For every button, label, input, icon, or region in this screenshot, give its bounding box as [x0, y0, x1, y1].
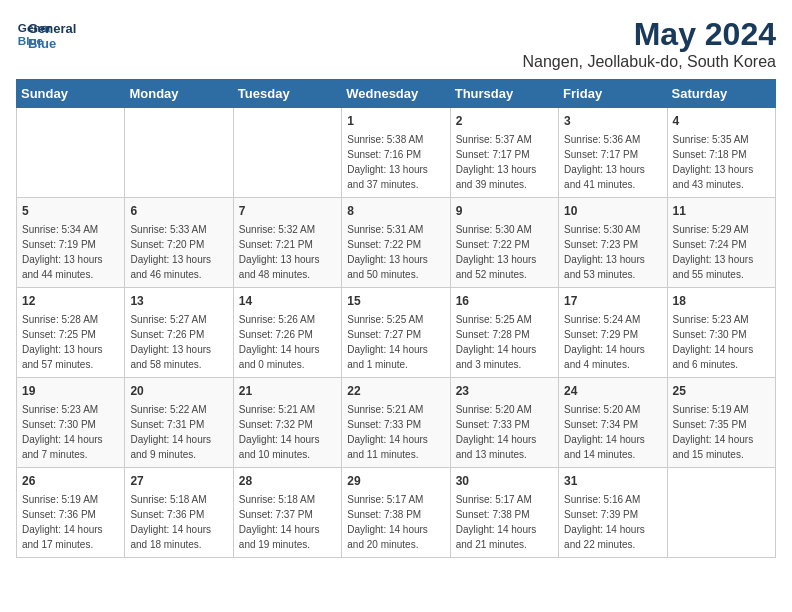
calendar-cell: 8Sunrise: 5:31 AM Sunset: 7:22 PM Daylig… [342, 198, 450, 288]
day-number: 5 [22, 202, 119, 220]
day-number: 10 [564, 202, 661, 220]
calendar-cell: 3Sunrise: 5:36 AM Sunset: 7:17 PM Daylig… [559, 108, 667, 198]
calendar-cell: 7Sunrise: 5:32 AM Sunset: 7:21 PM Daylig… [233, 198, 341, 288]
day-number: 1 [347, 112, 444, 130]
day-info: Sunrise: 5:28 AM Sunset: 7:25 PM Dayligh… [22, 312, 119, 372]
calendar-cell [125, 108, 233, 198]
day-info: Sunrise: 5:31 AM Sunset: 7:22 PM Dayligh… [347, 222, 444, 282]
day-info: Sunrise: 5:24 AM Sunset: 7:29 PM Dayligh… [564, 312, 661, 372]
calendar-cell: 26Sunrise: 5:19 AM Sunset: 7:36 PM Dayli… [17, 468, 125, 558]
page-header: General Blue General Blue May 2024 Nange… [16, 16, 776, 71]
day-info: Sunrise: 5:34 AM Sunset: 7:19 PM Dayligh… [22, 222, 119, 282]
day-number: 4 [673, 112, 770, 130]
calendar-week-row: 1Sunrise: 5:38 AM Sunset: 7:16 PM Daylig… [17, 108, 776, 198]
day-number: 18 [673, 292, 770, 310]
calendar-cell: 17Sunrise: 5:24 AM Sunset: 7:29 PM Dayli… [559, 288, 667, 378]
calendar-cell: 15Sunrise: 5:25 AM Sunset: 7:27 PM Dayli… [342, 288, 450, 378]
calendar-cell: 11Sunrise: 5:29 AM Sunset: 7:24 PM Dayli… [667, 198, 775, 288]
day-info: Sunrise: 5:20 AM Sunset: 7:34 PM Dayligh… [564, 402, 661, 462]
calendar-cell: 4Sunrise: 5:35 AM Sunset: 7:18 PM Daylig… [667, 108, 775, 198]
day-number: 14 [239, 292, 336, 310]
day-info: Sunrise: 5:23 AM Sunset: 7:30 PM Dayligh… [22, 402, 119, 462]
day-info: Sunrise: 5:25 AM Sunset: 7:28 PM Dayligh… [456, 312, 553, 372]
day-info: Sunrise: 5:19 AM Sunset: 7:36 PM Dayligh… [22, 492, 119, 552]
day-info: Sunrise: 5:35 AM Sunset: 7:18 PM Dayligh… [673, 132, 770, 192]
day-info: Sunrise: 5:22 AM Sunset: 7:31 PM Dayligh… [130, 402, 227, 462]
day-info: Sunrise: 5:19 AM Sunset: 7:35 PM Dayligh… [673, 402, 770, 462]
calendar-cell: 10Sunrise: 5:30 AM Sunset: 7:23 PM Dayli… [559, 198, 667, 288]
calendar-week-row: 26Sunrise: 5:19 AM Sunset: 7:36 PM Dayli… [17, 468, 776, 558]
calendar-header-row: SundayMondayTuesdayWednesdayThursdayFrid… [17, 80, 776, 108]
day-number: 24 [564, 382, 661, 400]
logo: General Blue General Blue [16, 16, 76, 52]
calendar-week-row: 12Sunrise: 5:28 AM Sunset: 7:25 PM Dayli… [17, 288, 776, 378]
day-info: Sunrise: 5:38 AM Sunset: 7:16 PM Dayligh… [347, 132, 444, 192]
day-info: Sunrise: 5:21 AM Sunset: 7:32 PM Dayligh… [239, 402, 336, 462]
calendar-cell: 27Sunrise: 5:18 AM Sunset: 7:36 PM Dayli… [125, 468, 233, 558]
day-number: 22 [347, 382, 444, 400]
calendar-cell: 21Sunrise: 5:21 AM Sunset: 7:32 PM Dayli… [233, 378, 341, 468]
weekday-header: Saturday [667, 80, 775, 108]
calendar-cell: 18Sunrise: 5:23 AM Sunset: 7:30 PM Dayli… [667, 288, 775, 378]
calendar-cell: 6Sunrise: 5:33 AM Sunset: 7:20 PM Daylig… [125, 198, 233, 288]
day-info: Sunrise: 5:17 AM Sunset: 7:38 PM Dayligh… [347, 492, 444, 552]
day-info: Sunrise: 5:30 AM Sunset: 7:23 PM Dayligh… [564, 222, 661, 282]
day-info: Sunrise: 5:25 AM Sunset: 7:27 PM Dayligh… [347, 312, 444, 372]
location-title: Nangen, Jeollabuk-do, South Korea [522, 53, 776, 71]
day-number: 23 [456, 382, 553, 400]
calendar-cell [233, 108, 341, 198]
day-info: Sunrise: 5:17 AM Sunset: 7:38 PM Dayligh… [456, 492, 553, 552]
day-info: Sunrise: 5:21 AM Sunset: 7:33 PM Dayligh… [347, 402, 444, 462]
calendar-cell: 29Sunrise: 5:17 AM Sunset: 7:38 PM Dayli… [342, 468, 450, 558]
day-info: Sunrise: 5:33 AM Sunset: 7:20 PM Dayligh… [130, 222, 227, 282]
calendar-cell: 9Sunrise: 5:30 AM Sunset: 7:22 PM Daylig… [450, 198, 558, 288]
day-number: 26 [22, 472, 119, 490]
day-info: Sunrise: 5:27 AM Sunset: 7:26 PM Dayligh… [130, 312, 227, 372]
weekday-header: Tuesday [233, 80, 341, 108]
day-info: Sunrise: 5:29 AM Sunset: 7:24 PM Dayligh… [673, 222, 770, 282]
day-number: 9 [456, 202, 553, 220]
day-number: 29 [347, 472, 444, 490]
day-info: Sunrise: 5:32 AM Sunset: 7:21 PM Dayligh… [239, 222, 336, 282]
day-number: 15 [347, 292, 444, 310]
calendar-cell: 16Sunrise: 5:25 AM Sunset: 7:28 PM Dayli… [450, 288, 558, 378]
day-info: Sunrise: 5:36 AM Sunset: 7:17 PM Dayligh… [564, 132, 661, 192]
day-number: 16 [456, 292, 553, 310]
calendar-cell: 24Sunrise: 5:20 AM Sunset: 7:34 PM Dayli… [559, 378, 667, 468]
day-number: 6 [130, 202, 227, 220]
day-number: 13 [130, 292, 227, 310]
day-number: 21 [239, 382, 336, 400]
calendar-week-row: 5Sunrise: 5:34 AM Sunset: 7:19 PM Daylig… [17, 198, 776, 288]
day-number: 19 [22, 382, 119, 400]
day-number: 25 [673, 382, 770, 400]
day-info: Sunrise: 5:16 AM Sunset: 7:39 PM Dayligh… [564, 492, 661, 552]
weekday-header: Wednesday [342, 80, 450, 108]
calendar-cell: 5Sunrise: 5:34 AM Sunset: 7:19 PM Daylig… [17, 198, 125, 288]
day-info: Sunrise: 5:26 AM Sunset: 7:26 PM Dayligh… [239, 312, 336, 372]
day-number: 8 [347, 202, 444, 220]
day-info: Sunrise: 5:18 AM Sunset: 7:37 PM Dayligh… [239, 492, 336, 552]
calendar-cell: 22Sunrise: 5:21 AM Sunset: 7:33 PM Dayli… [342, 378, 450, 468]
calendar-cell: 19Sunrise: 5:23 AM Sunset: 7:30 PM Dayli… [17, 378, 125, 468]
calendar-cell: 13Sunrise: 5:27 AM Sunset: 7:26 PM Dayli… [125, 288, 233, 378]
day-number: 30 [456, 472, 553, 490]
day-info: Sunrise: 5:23 AM Sunset: 7:30 PM Dayligh… [673, 312, 770, 372]
calendar-cell: 30Sunrise: 5:17 AM Sunset: 7:38 PM Dayli… [450, 468, 558, 558]
logo-general: General [28, 21, 76, 36]
calendar-cell: 31Sunrise: 5:16 AM Sunset: 7:39 PM Dayli… [559, 468, 667, 558]
weekday-header: Friday [559, 80, 667, 108]
day-number: 7 [239, 202, 336, 220]
weekday-header: Thursday [450, 80, 558, 108]
calendar-cell: 25Sunrise: 5:19 AM Sunset: 7:35 PM Dayli… [667, 378, 775, 468]
day-number: 12 [22, 292, 119, 310]
day-info: Sunrise: 5:18 AM Sunset: 7:36 PM Dayligh… [130, 492, 227, 552]
logo-blue: Blue [28, 36, 76, 51]
day-number: 20 [130, 382, 227, 400]
day-number: 17 [564, 292, 661, 310]
weekday-header: Monday [125, 80, 233, 108]
calendar-cell [667, 468, 775, 558]
month-title: May 2024 [522, 16, 776, 53]
calendar-cell: 20Sunrise: 5:22 AM Sunset: 7:31 PM Dayli… [125, 378, 233, 468]
title-section: May 2024 Nangen, Jeollabuk-do, South Kor… [522, 16, 776, 71]
calendar-cell [17, 108, 125, 198]
